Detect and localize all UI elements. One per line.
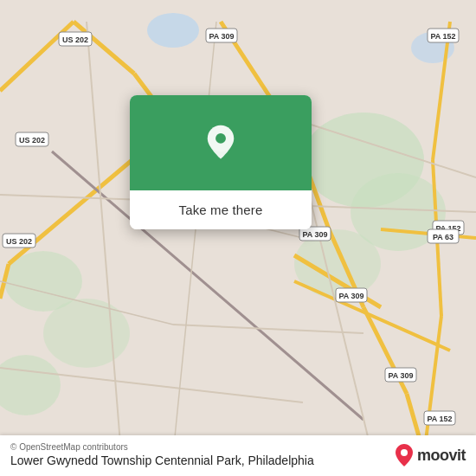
location-popup: Take me there xyxy=(130,95,312,229)
svg-text:PA 152: PA 152 xyxy=(427,415,452,423)
location-name: Lower Gwynedd Township Centennial Park, xyxy=(10,453,245,467)
svg-text:PA 309: PA 309 xyxy=(302,230,327,239)
bottom-bar: © OpenStreetMap contributors Lower Gwyne… xyxy=(0,435,476,476)
location-city: Philadelphia xyxy=(248,453,313,467)
map-background: US 202 US 202 US 202 PA 309 PA 309 PA 30… xyxy=(0,0,476,476)
take-me-there-button[interactable]: Take me there xyxy=(130,190,312,229)
svg-text:PA 152: PA 152 xyxy=(430,32,455,41)
popup-header xyxy=(130,95,312,190)
svg-text:PA 63: PA 63 xyxy=(433,233,453,241)
svg-point-59 xyxy=(401,449,408,456)
moovit-pin-icon xyxy=(395,443,414,467)
map-container: US 202 US 202 US 202 PA 309 PA 309 PA 30… xyxy=(0,0,476,476)
location-pin-icon xyxy=(202,124,240,162)
svg-text:US 202: US 202 xyxy=(62,35,88,44)
svg-point-58 xyxy=(215,133,226,144)
svg-point-5 xyxy=(43,299,130,368)
svg-point-7 xyxy=(147,13,199,48)
moovit-logo: moovit xyxy=(395,443,466,467)
moovit-text: moovit xyxy=(417,447,466,465)
svg-text:PA 309: PA 309 xyxy=(209,32,234,41)
svg-text:PA 309: PA 309 xyxy=(388,371,413,380)
svg-text:US 202: US 202 xyxy=(19,136,45,145)
svg-text:US 202: US 202 xyxy=(6,237,32,246)
svg-text:PA 309: PA 309 xyxy=(338,292,363,300)
